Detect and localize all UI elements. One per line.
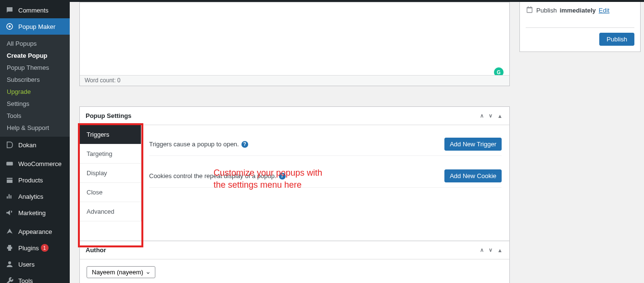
- settings-title: Popup Settings: [86, 112, 131, 119]
- editor-area[interactable]: G Word count: 0: [79, 2, 510, 86]
- add-new-trigger-button[interactable]: Add New Trigger: [444, 138, 502, 151]
- tab-display[interactable]: Display: [80, 164, 141, 183]
- main-content: G Word count: 0 Publish immediately Edit…: [79, 2, 644, 283]
- sidebar-label: Appearance: [18, 228, 52, 235]
- publish-immediately: immediately: [560, 7, 596, 14]
- cookies-row: Cookies control the repeat display of a …: [149, 165, 502, 188]
- sidebar-label: Marketing: [18, 209, 46, 217]
- author-select[interactable]: Nayeem (nayeem): [87, 266, 155, 278]
- marketing-icon: [5, 208, 14, 218]
- sidebar-item-analytics[interactable]: Analytics: [0, 188, 70, 205]
- add-new-cookie-button[interactable]: Add New Cookie: [444, 169, 502, 182]
- sidebar-label: Products: [18, 177, 43, 184]
- triggers-description: Triggers cause a popup to open.: [149, 141, 239, 148]
- submenu-tools[interactable]: Tools: [0, 110, 70, 122]
- tab-targeting[interactable]: Targeting: [80, 144, 141, 164]
- word-count: Word count: 0: [85, 77, 120, 84]
- publish-metabox: Publish immediately Edit Publish: [519, 2, 641, 52]
- popup-settings-metabox: Popup Settings ∧ ∨ ▲ Triggers Targeting …: [79, 106, 510, 246]
- sidebar-item-marketing[interactable]: Marketing: [0, 205, 70, 221]
- toggle-triangle-icon[interactable]: ▲: [496, 112, 504, 120]
- tab-triggers[interactable]: Triggers: [80, 125, 141, 144]
- svg-rect-2: [6, 162, 13, 166]
- plugins-badge: 1: [41, 244, 49, 252]
- publish-schedule-row: Publish immediately Edit: [526, 6, 634, 15]
- submenu-upgrade[interactable]: Upgrade: [0, 86, 70, 98]
- sidebar-label: Users: [18, 261, 35, 268]
- sidebar-item-tools[interactable]: Tools: [0, 272, 70, 283]
- author-title: Author: [86, 246, 106, 254]
- settings-header[interactable]: Popup Settings ∧ ∨ ▲: [80, 107, 509, 125]
- chevron-down-icon[interactable]: ∨: [488, 246, 493, 254]
- sidebar-submenu: All Popups Create Popup Popup Themes Sub…: [0, 35, 70, 137]
- settings-panel: Triggers cause a popup to open. ? Add Ne…: [141, 125, 509, 245]
- plugins-icon: [5, 243, 14, 253]
- submenu-subscribers[interactable]: Subscribers: [0, 74, 70, 86]
- sidebar-item-products[interactable]: Products: [0, 172, 70, 188]
- sidebar-item-plugins[interactable]: Plugins 1: [0, 240, 70, 256]
- submenu-popup-themes[interactable]: Popup Themes: [0, 62, 70, 74]
- submenu-settings[interactable]: Settings: [0, 98, 70, 110]
- sidebar-label: Comments: [18, 7, 49, 14]
- sidebar-label: Analytics: [18, 193, 43, 200]
- sidebar-label: Popup Maker: [18, 23, 55, 30]
- publish-label: Publish: [536, 7, 557, 14]
- help-icon[interactable]: ?: [241, 141, 248, 148]
- publish-edit-link[interactable]: Edit: [599, 7, 609, 14]
- woocommerce-icon: [5, 159, 14, 168]
- help-icon[interactable]: ?: [279, 173, 286, 180]
- appearance-icon: [5, 227, 14, 236]
- analytics-icon: [5, 192, 14, 201]
- editor-footer: Word count: 0: [80, 75, 509, 86]
- submenu-help-support[interactable]: Help & Support: [0, 122, 70, 134]
- settings-tabs-highlight: Triggers Targeting Display Close Advance…: [78, 123, 143, 247]
- chevron-up-icon[interactable]: ∧: [479, 112, 485, 120]
- sidebar-label: WooCommerce: [18, 160, 62, 167]
- sidebar-item-popup-maker[interactable]: Popup Maker: [0, 18, 70, 35]
- sidebar-item-woocommerce[interactable]: WooCommerce: [0, 155, 70, 172]
- sidebar-item-users[interactable]: Users: [0, 256, 70, 272]
- author-header[interactable]: Author ∧ ∨ ▲: [80, 241, 509, 259]
- sidebar-label: Dokan: [18, 142, 37, 149]
- dokan-icon: [5, 140, 14, 150]
- chevron-down-icon[interactable]: ∨: [488, 112, 493, 120]
- tab-advanced[interactable]: Advanced: [80, 202, 141, 221]
- sidebar-item-comments[interactable]: Comments: [0, 2, 70, 18]
- sidebar-item-dokan[interactable]: Dokan: [0, 137, 70, 153]
- settings-tabs: Triggers Targeting Display Close Advance…: [80, 125, 141, 221]
- submenu-create-popup[interactable]: Create Popup: [0, 50, 70, 62]
- sidebar-label: Plugins: [18, 244, 39, 252]
- svg-point-1: [9, 26, 11, 28]
- tools-icon: [5, 276, 14, 283]
- toggle-triangle-icon[interactable]: ▲: [496, 246, 504, 254]
- admin-sidebar: Comments Popup Maker All Popups Create P…: [0, 2, 70, 283]
- sidebar-label: Tools: [18, 277, 33, 283]
- chevron-up-icon[interactable]: ∧: [479, 246, 485, 254]
- submenu-all-popups[interactable]: All Popups: [0, 38, 70, 50]
- tab-close[interactable]: Close: [80, 183, 141, 202]
- publish-button[interactable]: Publish: [599, 33, 634, 46]
- users-icon: [5, 259, 14, 269]
- calendar-icon: [526, 6, 533, 15]
- comment-icon: [5, 5, 14, 15]
- author-metabox: Author ∧ ∨ ▲ Nayeem (nayeem): [79, 241, 510, 283]
- sidebar-item-appearance[interactable]: Appearance: [0, 223, 70, 240]
- cookies-description: Cookies control the repeat display of a …: [149, 172, 277, 180]
- products-icon: [5, 175, 14, 185]
- author-selected: Nayeem (nayeem): [92, 269, 143, 276]
- popup-icon: [5, 22, 14, 31]
- svg-point-3: [8, 261, 11, 264]
- triggers-row: Triggers cause a popup to open. ? Add Ne…: [149, 133, 502, 156]
